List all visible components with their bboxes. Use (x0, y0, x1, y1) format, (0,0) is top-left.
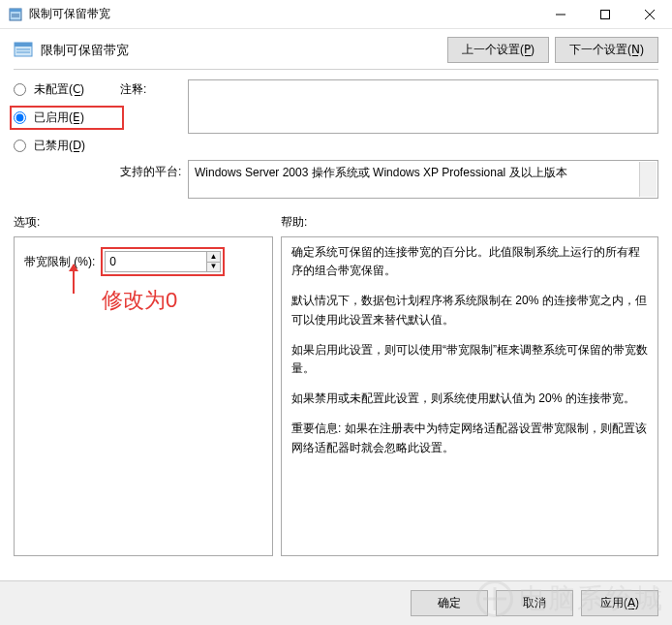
help-paragraph: 默认情况下，数据包计划程序将系统限制在 20% 的连接带宽之内，但可以使用此设置… (291, 292, 648, 328)
bandwidth-label: 带宽限制 (%): (24, 254, 95, 270)
radio-not-configured[interactable]: 未配置(C̲) (14, 81, 120, 98)
platform-row: 支持的平台: Windows Server 2003 操作系统或 Windows… (14, 160, 658, 199)
radio-disabled[interactable]: 已禁用(D̲) (14, 138, 120, 154)
svg-rect-5 (601, 11, 610, 19)
radio-enabled-input[interactable] (14, 111, 26, 124)
previous-setting-button[interactable]: 上一个设置(P̲) (447, 37, 549, 63)
spin-down-button[interactable]: ▼ (207, 263, 221, 272)
page-title: 限制可保留带宽 (41, 42, 129, 59)
spin-up-button[interactable]: ▲ (207, 252, 221, 263)
maximize-button[interactable] (583, 0, 627, 29)
radio-disabled-input[interactable] (14, 140, 26, 152)
comment-label: 注释: (120, 79, 188, 154)
platform-label: 支持的平台: (120, 160, 188, 180)
bandwidth-spinner-highlight: ▲ ▼ (101, 247, 225, 276)
help-panel[interactable]: 确定系统可保留的连接带宽的百分比。此值限制系统上运行的所有程序的组合带宽保留。 … (281, 236, 658, 556)
ok-button[interactable]: 确定 (411, 590, 488, 616)
platform-box: Windows Server 2003 操作系统或 Windows XP Pro… (188, 160, 658, 199)
options-panel: 带宽限制 (%): ▲ ▼ 修改为0 (14, 236, 273, 556)
top-grid: 未配置(C̲) 已启用(E̲) 已禁用(D̲) 注释: (14, 79, 658, 154)
radio-disabled-label: 已禁用(D̲) (34, 138, 85, 154)
header-row: 限制可保留带宽 上一个设置(P̲) 下一个设置(N̲) (14, 37, 658, 63)
radio-enabled-label: 已启用(E̲) (34, 109, 84, 126)
svg-rect-1 (10, 9, 21, 12)
footer-bar: 确定 取消 应用(A̲) (0, 580, 672, 625)
help-paragraph: 重要信息: 如果在注册表中为特定网络适配器设置带宽限制，则配置该网络适配器时就会… (291, 420, 648, 456)
window-title: 限制可保留带宽 (29, 6, 110, 22)
apply-button[interactable]: 应用(A̲) (581, 590, 658, 616)
bandwidth-input[interactable] (106, 252, 205, 271)
platform-value: Windows Server 2003 操作系统或 Windows XP Pro… (195, 166, 567, 179)
comment-textarea[interactable] (188, 79, 658, 134)
two-column-area: 带宽限制 (%): ▲ ▼ 修改为0 确定系统可保留的连接带宽的百分比。此值限制… (14, 236, 658, 556)
help-paragraph: 确定系统可保留的连接带宽的百分比。此值限制系统上运行的所有程序的组合带宽保留。 (291, 243, 648, 280)
annotation-text: 修改为0 (102, 286, 177, 315)
radio-enabled[interactable]: 已启用(E̲) (14, 109, 118, 126)
svg-rect-9 (15, 43, 32, 47)
options-section-label: 选项: (14, 214, 273, 231)
header-buttons: 上一个设置(P̲) 下一个设置(N̲) (447, 37, 658, 63)
divider (14, 69, 658, 70)
app-icon (8, 7, 23, 22)
close-button[interactable] (627, 0, 672, 29)
state-radio-group: 未配置(C̲) 已启用(E̲) 已禁用(D̲) (14, 79, 120, 154)
radio-not-configured-input[interactable] (14, 83, 26, 96)
help-paragraph: 如果禁用或未配置此设置，则系统使用默认值为 20% 的连接带宽。 (291, 390, 648, 408)
radio-not-configured-label: 未配置(C̲) (34, 81, 84, 98)
radio-enabled-highlight: 已启用(E̲) (10, 106, 124, 130)
window-titlebar: 限制可保留带宽 (0, 0, 672, 29)
content-area: 限制可保留带宽 上一个设置(P̲) 下一个设置(N̲) 未配置(C̲) 已启用(… (0, 29, 672, 556)
help-section-label: 帮助: (281, 214, 658, 231)
cancel-button[interactable]: 取消 (496, 590, 573, 616)
help-paragraph: 如果启用此设置，则可以使用“带宽限制”框来调整系统可保留的带宽数量。 (291, 341, 648, 378)
titlebar-controls (538, 0, 672, 28)
bandwidth-spinner[interactable]: ▲ ▼ (105, 251, 221, 272)
spinner-buttons: ▲ ▼ (206, 252, 221, 271)
minimize-button[interactable] (538, 0, 583, 29)
titlebar-left: 限制可保留带宽 (8, 6, 110, 22)
annotation-arrow-icon (73, 265, 75, 294)
header-left: 限制可保留带宽 (14, 41, 129, 60)
next-setting-button[interactable]: 下一个设置(N̲) (555, 37, 658, 63)
bandwidth-row: 带宽限制 (%): ▲ ▼ (24, 247, 262, 276)
section-labels: 选项: 帮助: (14, 214, 658, 231)
policy-icon (14, 41, 33, 60)
